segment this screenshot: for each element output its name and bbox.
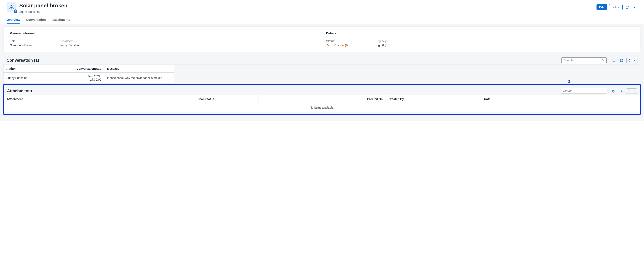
col-created-by[interactable]: Created By bbox=[386, 96, 481, 103]
svg-point-14 bbox=[602, 90, 604, 91]
col-message[interactable]: Message bbox=[104, 65, 174, 72]
cell-message: Please check why the solar panel is brok… bbox=[104, 72, 174, 84]
cell-author: Sunny Sunshine bbox=[4, 72, 71, 84]
general-heading: General Information bbox=[10, 32, 318, 35]
col-date[interactable]: ConversationDate bbox=[71, 65, 104, 72]
header-more-icon[interactable] bbox=[632, 4, 638, 10]
customer-label: Customer: bbox=[60, 40, 96, 43]
title-label: Title: bbox=[10, 40, 47, 43]
empty-message: No items available. bbox=[4, 103, 640, 112]
attachments-search-input[interactable] bbox=[561, 88, 606, 94]
col-author[interactable]: Author bbox=[4, 65, 71, 72]
delete-button[interactable]: Delete bbox=[609, 4, 622, 10]
status-label: Status: bbox=[326, 40, 363, 43]
tabs: Overview Conversation Attachments bbox=[0, 13, 644, 24]
paste-dropdown[interactable] bbox=[626, 58, 638, 63]
svg-line-3 bbox=[16, 12, 16, 12]
paste-dropdown-disabled bbox=[626, 88, 637, 94]
col-note[interactable]: Note bbox=[481, 96, 640, 103]
details-heading: Details bbox=[326, 32, 634, 35]
svg-point-11 bbox=[621, 60, 622, 61]
urgency-label: Urgency: bbox=[376, 40, 412, 43]
title-value: Solar panel broken bbox=[10, 44, 47, 47]
copy-icon[interactable] bbox=[611, 58, 617, 63]
conversation-search-input[interactable] bbox=[561, 57, 606, 63]
warning-icon bbox=[326, 44, 330, 47]
copy-icon[interactable] bbox=[610, 88, 616, 94]
svg-rect-10 bbox=[613, 60, 614, 62]
urgency-value: High (H) bbox=[376, 44, 412, 47]
status-text: In Process (I) bbox=[331, 44, 348, 47]
table-row[interactable]: Sunny Sunshine 4 Sept 2022, 17:30:00 Ple… bbox=[4, 72, 174, 84]
conversation-heading: Conversation (1) bbox=[6, 58, 39, 63]
col-scan[interactable]: Scan Status bbox=[195, 96, 258, 103]
tab-conversation[interactable]: Conversation bbox=[26, 18, 46, 24]
page-title: Solar panel broken bbox=[19, 2, 68, 9]
attachments-heading: Attachments bbox=[7, 88, 32, 93]
svg-line-9 bbox=[604, 60, 605, 61]
attachments-table: Attachment Scan Status Created On Create… bbox=[4, 95, 640, 112]
tab-overview[interactable]: Overview bbox=[6, 18, 20, 24]
edit-button[interactable]: Edit bbox=[596, 4, 607, 10]
divider bbox=[608, 89, 608, 93]
page-subtitle: Sunny Sunshine bbox=[19, 10, 68, 13]
customer-value: Sunny Sunshine bbox=[60, 44, 96, 47]
search-icon[interactable] bbox=[602, 58, 605, 62]
settings-icon[interactable] bbox=[618, 88, 624, 94]
share-icon[interactable] bbox=[624, 4, 630, 10]
paste-icon[interactable] bbox=[627, 58, 632, 63]
svg-line-15 bbox=[604, 91, 604, 92]
svg-rect-16 bbox=[613, 90, 614, 92]
paste-icon bbox=[626, 88, 632, 94]
svg-point-17 bbox=[621, 90, 622, 92]
callout-number: 1 bbox=[568, 79, 570, 84]
chevron-down-icon[interactable] bbox=[632, 58, 637, 63]
svg-point-8 bbox=[603, 59, 604, 61]
status-value: In Process (I) bbox=[326, 44, 363, 47]
zoom-badge-icon bbox=[13, 9, 18, 14]
conversation-table: Author ConversationDate Message Sunny Su… bbox=[3, 65, 174, 84]
entity-icon bbox=[6, 2, 16, 12]
search-icon[interactable] bbox=[602, 89, 605, 93]
col-attachment[interactable]: Attachment bbox=[4, 96, 195, 103]
col-created-on[interactable]: Created On bbox=[258, 96, 386, 103]
svg-point-1 bbox=[11, 8, 12, 9]
empty-row: No items available. bbox=[4, 103, 640, 112]
tab-attachments[interactable]: Attachments bbox=[52, 18, 70, 24]
chevron-down-icon bbox=[632, 88, 637, 94]
settings-icon[interactable] bbox=[619, 58, 624, 63]
cell-date: 4 Sept 2022, 17:30:00 bbox=[71, 72, 104, 84]
